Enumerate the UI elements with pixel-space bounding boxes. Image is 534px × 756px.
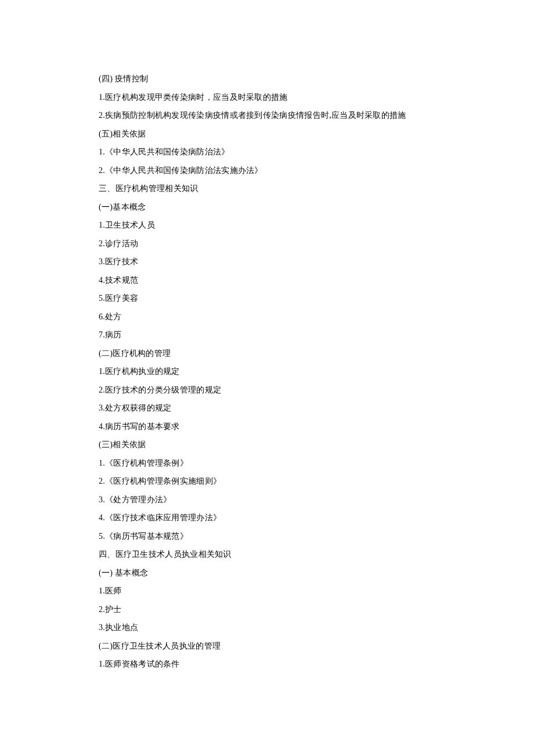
- text-line: 2.《中华人民共和国传染病防治法实施办法》: [99, 161, 435, 180]
- text-line: 2.《医疗机构管理条例实施细则》: [99, 472, 435, 491]
- text-line: 6.处方: [99, 308, 435, 326]
- text-line: 4.技术规范: [99, 271, 435, 290]
- text-line: 三、医疗机构管理相关知识: [99, 179, 435, 198]
- text-line: (二)医疗机构的管理: [99, 344, 435, 363]
- text-line: 1.医疗机构发现甲类传染病时，应当及时采取的措施: [99, 88, 435, 107]
- text-line: 2.疾病预防控制机构发现传染病疫情或者接到传染病疫情报告时,应当及时采取的措施: [99, 106, 435, 125]
- text-line: 1.医师: [99, 582, 435, 600]
- text-line: 3.《处方管理办法》: [99, 491, 435, 509]
- text-line: (二)医疗卫生技术人员执业的管理: [99, 637, 435, 656]
- text-line: 2.诊疗活动: [99, 235, 435, 253]
- text-line: 1.《医疗机构管理条例》: [99, 454, 435, 473]
- text-line: (三)相关依据: [99, 435, 435, 454]
- text-line: 2.医疗技术的分类分级管理的规定: [99, 381, 435, 399]
- text-line: 1.《中华人民共和国传染病防治法》: [99, 143, 435, 161]
- text-line: 3.处方权获得的规定: [99, 399, 435, 417]
- text-line: 2.护士: [99, 600, 435, 619]
- text-line: 四、医疗卫生技术人员执业相关知识: [99, 545, 435, 564]
- text-line: 5.《病历书写基本规范》: [99, 527, 435, 546]
- text-line: (一) 基本概念: [99, 564, 435, 582]
- text-line: 1.医疗机构执业的规定: [99, 362, 435, 381]
- text-line: 7.病历: [99, 326, 435, 344]
- text-line: 5.医疗美容: [99, 289, 435, 308]
- text-line: 4.《医疗技术临床应用管理办法》: [99, 509, 435, 527]
- text-line: 4.病历书写的基本要求: [99, 417, 435, 436]
- text-line: 1.卫生技术人员: [99, 216, 435, 235]
- text-line: (四) 疫情控制: [99, 70, 435, 88]
- text-line: 1.医师资格考试的条件: [99, 655, 435, 674]
- text-line: 3.医疗技术: [99, 253, 435, 271]
- text-line: (五)相关依据: [99, 125, 435, 143]
- document-page: (四) 疫情控制 1.医疗机构发现甲类传染病时，应当及时采取的措施 2.疾病预防…: [0, 0, 534, 674]
- text-line: 3.执业地点: [99, 618, 435, 637]
- text-line: (一)基本概念: [99, 198, 435, 217]
